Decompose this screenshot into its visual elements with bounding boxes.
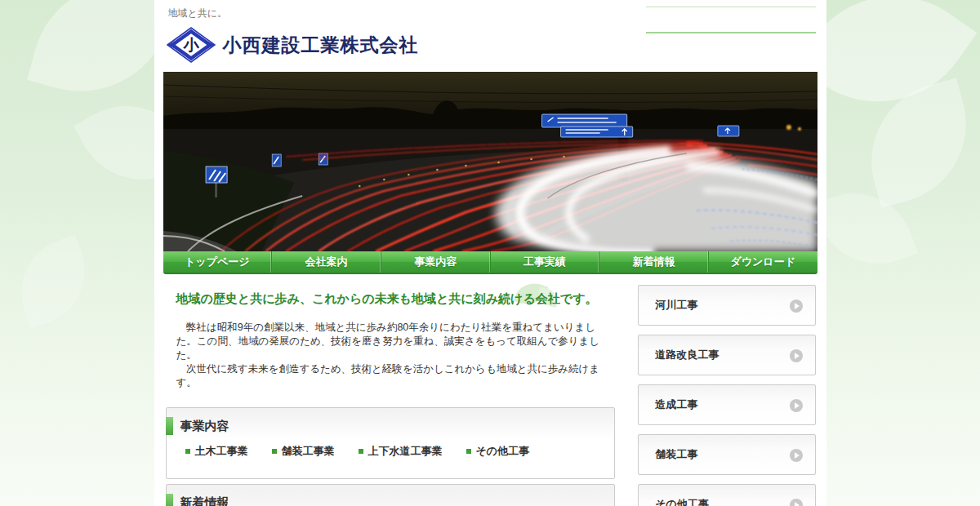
intro-heading: 地域の歴史と共に歩み、これからの未来も地域と共に刻み続ける会社です。: [176, 291, 616, 307]
company-logo-icon: 小: [167, 26, 216, 64]
hero-highway-night-image: [163, 72, 817, 251]
square-bullet-icon: [185, 449, 190, 454]
news-section-title: 新着情報: [180, 495, 229, 506]
content-area: 地域の歴史と共に歩み、これからの未来も地域と共に刻み続ける会社です。 弊社は昭和…: [154, 274, 826, 506]
square-bullet-icon: [272, 449, 277, 454]
nav-item-business[interactable]: 事業内容: [381, 251, 491, 273]
green-marker-icon: [166, 494, 173, 506]
main-column: 地域の歴史と共に歩み、これからの未来も地域と共に刻み続ける会社です。 弊社は昭和…: [166, 285, 616, 506]
nav-item-company[interactable]: 会社案内: [272, 251, 381, 273]
business-items: 土木工事業 舗装工事業 上下水道工事業 その他工事: [185, 444, 615, 459]
business-item-other: その他工事: [466, 444, 530, 459]
sidebar-button-river-works[interactable]: 河川工事: [638, 285, 815, 326]
sidebar-button-other-works[interactable]: その他工事: [638, 484, 815, 506]
header-divider-lines: [646, 7, 816, 34]
circle-arrow-icon: [790, 399, 803, 412]
divider-line: [646, 7, 816, 7]
sidebar: 河川工事 道路改良工事 造成工事 舗装工事 その他工事: [638, 285, 815, 506]
intro-paragraphs: 弊社は昭和9年の創業以来、地域と共に歩み約80年余りにわたり社業を重ねてまいりま…: [176, 321, 616, 390]
business-item-water: 上下水道工事業: [359, 444, 443, 459]
business-item-civil: 土木工事業: [185, 444, 248, 459]
background-leaf-decoration: [853, 78, 980, 207]
background-leaf-decoration: [6, 234, 100, 328]
sidebar-button-paving-works[interactable]: 舗装工事: [638, 434, 815, 475]
intro-paragraph: 次世代に残す未来を創造するため、技術と経験を活かしこれからも地域と共に歩み続けま…: [176, 362, 616, 390]
intro-paragraph: 弊社は昭和9年の創業以来、地域と共に歩み約80年余りにわたり社業を重ねてまいりま…: [176, 321, 616, 362]
main-navigation: トップページ 会社案内 事業内容 工事実績 新着情報 ダウンロード: [163, 251, 817, 274]
nav-item-top-page[interactable]: トップページ: [163, 251, 273, 273]
circle-arrow-icon: [790, 449, 803, 462]
business-section-title: 事業内容: [180, 419, 229, 434]
circle-arrow-icon: [790, 300, 803, 313]
news-section-header: 新着情報: [167, 485, 615, 506]
circle-arrow-icon: [790, 499, 803, 506]
news-section: 新着情報: [166, 484, 616, 506]
nav-item-works[interactable]: 工事実績: [491, 251, 600, 273]
divider-line: [646, 32, 816, 33]
circle-arrow-icon: [790, 349, 803, 362]
business-section-header: 事業内容: [167, 408, 615, 435]
square-bullet-icon: [466, 449, 471, 454]
background-leaf-decoration: [813, 176, 918, 281]
green-marker-icon: [166, 417, 173, 435]
nav-item-news[interactable]: 新着情報: [599, 251, 709, 273]
square-bullet-icon: [359, 449, 363, 454]
svg-text:小: 小: [182, 37, 199, 54]
business-item-paving: 舗装工事業: [272, 444, 335, 459]
sidebar-button-land-development-works[interactable]: 造成工事: [638, 384, 815, 425]
nav-item-download[interactable]: ダウンロード: [709, 251, 817, 273]
business-section: 事業内容 土木工事業 舗装工事業 上下水道工事業 その他工事: [166, 407, 616, 479]
sidebar-button-road-improvement-works[interactable]: 道路改良工事: [638, 335, 815, 375]
company-name: 小西建設工業株式会社: [223, 33, 419, 58]
page-container: 地域と共に。 小 小西建設工業株式会社: [154, 0, 826, 506]
